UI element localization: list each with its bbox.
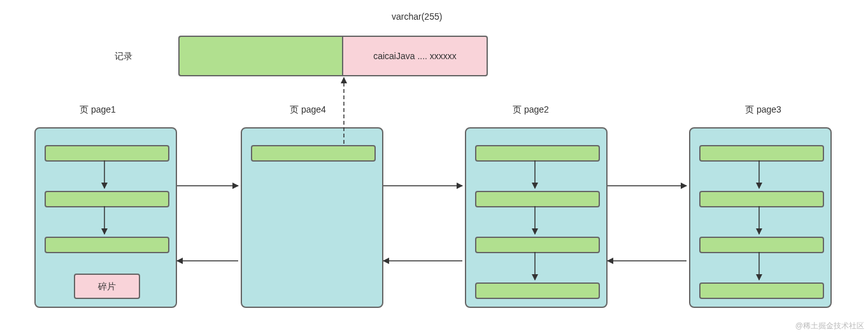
page3-row — [699, 145, 824, 162]
page4-row — [251, 145, 376, 162]
diagram-canvas: varchar(255) 记录 caicaiJava .... xxxxxx 页… — [0, 0, 868, 334]
record-value-box: caicaiJava .... xxxxxx — [342, 36, 488, 76]
page2-title: 页 page2 — [513, 104, 549, 116]
watermark-text: @稀土掘金技术社区 — [795, 321, 864, 331]
page3-row — [699, 191, 824, 207]
record-header-box — [178, 36, 342, 76]
fragment-label: 碎片 — [98, 281, 116, 291]
page1-row — [45, 237, 169, 253]
page3-title: 页 page3 — [745, 104, 781, 116]
page1-box: 碎片 — [34, 127, 177, 308]
page1-fragment-box: 碎片 — [74, 274, 140, 299]
page1-row — [45, 191, 169, 207]
page3-row — [699, 237, 824, 253]
page4-box — [241, 127, 383, 308]
page1-title: 页 page1 — [80, 104, 116, 116]
varchar-type-label: varchar(255) — [392, 11, 442, 22]
page2-row — [475, 237, 600, 253]
page2-row — [475, 191, 600, 207]
record-label: 记录 — [115, 51, 132, 62]
page3-box — [689, 127, 832, 308]
page2-row — [475, 145, 600, 162]
page2-row — [475, 282, 600, 299]
page1-row — [45, 145, 169, 162]
record-value-text: caicaiJava .... xxxxxx — [373, 51, 457, 61]
page2-box — [465, 127, 608, 308]
page3-row — [699, 282, 824, 299]
page4-title: 页 page4 — [290, 104, 326, 116]
